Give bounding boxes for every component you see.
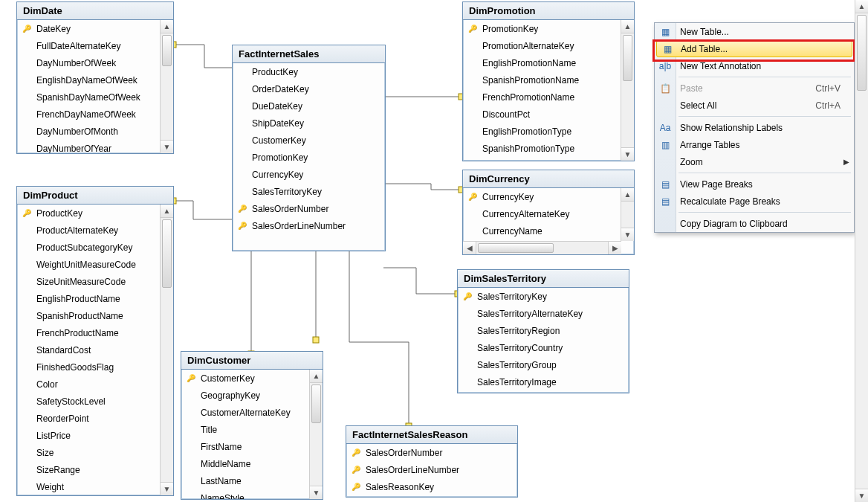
menu-item-show-relationship-labels[interactable]: AaShow Relationship Labels <box>655 119 854 136</box>
column-row[interactable]: NameStyle <box>181 489 309 499</box>
column-row[interactable]: 🔑PromotionKey <box>463 20 621 37</box>
table-factinternetsales[interactable]: FactInternetSales ProductKeyOrderDateKey… <box>232 45 386 251</box>
column-row[interactable]: FrenchProductName <box>17 324 160 341</box>
column-row[interactable]: 🔑ProductKey <box>17 205 160 222</box>
scroll-up-icon[interactable]: ▲ <box>161 20 173 33</box>
column-row[interactable]: 🔑SalesOrderNumber <box>346 444 517 461</box>
scroll-down-icon[interactable]: ▼ <box>855 489 868 502</box>
column-row[interactable]: DueDateKey <box>233 97 385 115</box>
column-list[interactable]: 🔑SalesOrderNumber🔑SalesOrderLineNumber🔑S… <box>346 444 517 497</box>
column-row[interactable]: 🔑CustomerKey <box>181 370 309 387</box>
table-dimpromotion[interactable]: DimPromotion 🔑PromotionKeyPromotionAlter… <box>462 1 635 161</box>
column-row[interactable]: SizeUnitMeasureCode <box>17 273 160 290</box>
column-row[interactable]: FinishedGoodsFlag <box>17 358 160 376</box>
table-dimcustomer[interactable]: DimCustomer 🔑CustomerKeyGeographyKeyCust… <box>181 351 323 500</box>
menu-item-arrange-tables[interactable]: ▥Arrange Tables <box>655 136 854 153</box>
table-dimcurrency[interactable]: DimCurrency 🔑CurrencyKeyCurrencyAlternat… <box>462 170 635 255</box>
column-row[interactable]: 🔑SalesOrderLineNumber <box>346 461 517 478</box>
scroll-down-icon[interactable]: ▼ <box>310 486 323 499</box>
column-row[interactable]: Color <box>17 376 160 393</box>
column-list[interactable]: 🔑CustomerKeyGeographyKeyCustomerAlternat… <box>181 370 309 499</box>
column-list[interactable]: 🔑CurrencyKeyCurrencyAlternateKeyCurrency… <box>463 188 621 241</box>
column-row[interactable]: ListPrice <box>17 427 160 444</box>
vertical-scrollbar[interactable]: ▲ ▼ <box>160 205 173 495</box>
column-row[interactable]: PromotionAlternateKey <box>463 37 621 54</box>
column-row[interactable]: WeightUnitMeasureCode <box>17 256 160 273</box>
scroll-up-icon[interactable]: ▲ <box>855 0 868 13</box>
scroll-thumb[interactable] <box>162 35 172 66</box>
menu-item-copy-diagram-to-clipboard[interactable]: Copy Diagram to Clipboard <box>655 215 854 232</box>
menu-item-zoom[interactable]: Zoom▶ <box>655 153 854 170</box>
column-row[interactable]: CustomerKey <box>233 132 385 149</box>
column-row[interactable]: FrenchPromotionName <box>463 89 621 106</box>
column-row[interactable]: CustomerAlternateKey <box>181 404 309 421</box>
column-row[interactable]: ShipDateKey <box>233 115 385 132</box>
column-list[interactable]: ProductKeyOrderDateKeyDueDateKeyShipDate… <box>233 63 385 251</box>
scroll-up-icon[interactable]: ▲ <box>161 205 173 218</box>
column-row[interactable]: StandardCost <box>17 341 160 358</box>
vertical-scrollbar[interactable]: ▲ ▼ <box>160 20 173 153</box>
column-row[interactable]: SpanishProductName <box>17 307 160 324</box>
scroll-up-icon[interactable]: ▲ <box>621 188 634 202</box>
column-row[interactable]: LastName <box>181 472 309 489</box>
column-row[interactable]: OrderDateKey <box>233 80 385 97</box>
column-row[interactable]: DiscountPct <box>463 106 621 123</box>
column-row[interactable]: ProductSubcategoryKey <box>17 239 160 256</box>
column-row[interactable]: DayNumberOfYear <box>17 140 160 153</box>
column-row[interactable]: DayNumberOfMonth <box>17 123 160 140</box>
vertical-scrollbar[interactable]: ▲ ▼ <box>309 370 323 499</box>
column-list[interactable]: 🔑DateKeyFullDateAlternateKeyDayNumberOfW… <box>17 20 160 153</box>
scroll-thumb[interactable] <box>623 35 632 81</box>
diagram-canvas[interactable]: DimDate 🔑DateKeyFullDateAlternateKeyDayN… <box>0 0 868 502</box>
column-row[interactable]: Size <box>17 444 160 461</box>
scroll-up-icon[interactable]: ▲ <box>621 20 634 33</box>
scroll-left-icon[interactable]: ◀ <box>463 242 476 254</box>
table-dimproduct[interactable]: DimProduct 🔑ProductKeyProductAlternateKe… <box>16 186 174 496</box>
table-dimsalesterritory[interactable]: DimSalesTerritory 🔑SalesTerritoryKeySale… <box>457 269 629 393</box>
column-row[interactable]: SalesTerritoryRegion <box>458 322 629 339</box>
scroll-right-icon[interactable]: ▶ <box>608 242 621 254</box>
scroll-up-icon[interactable]: ▲ <box>310 370 323 383</box>
scroll-thumb[interactable] <box>857 15 867 91</box>
menu-item-add-table[interactable]: ▦Add Table... <box>656 40 852 57</box>
column-row[interactable]: SpanishPromotionName <box>463 71 621 89</box>
column-row[interactable]: 🔑DateKey <box>17 20 160 37</box>
table-factinternetsalesreason[interactable]: FactInternetSalesReason 🔑SalesOrderNumbe… <box>346 425 518 498</box>
column-row[interactable]: EnglishDayNameOfWeek <box>17 71 160 89</box>
column-row[interactable]: FrenchDayNameOfWeek <box>17 106 160 123</box>
column-row[interactable]: SpanishPromotionType <box>463 140 621 157</box>
scroll-down-icon[interactable]: ▼ <box>161 140 173 153</box>
column-row[interactable]: MiddleName <box>181 455 309 472</box>
column-row[interactable]: PromotionKey <box>233 149 385 166</box>
column-row[interactable]: SalesTerritoryCountry <box>458 339 629 356</box>
scroll-down-icon[interactable]: ▼ <box>621 147 634 161</box>
column-row[interactable]: EnglishPromotionType <box>463 123 621 140</box>
column-row[interactable]: CurrencyKey <box>233 166 385 183</box>
column-row[interactable]: 🔑SalesOrderNumber <box>233 200 385 217</box>
column-list[interactable]: 🔑ProductKeyProductAlternateKeyProductSub… <box>17 205 160 495</box>
column-row[interactable]: ReorderPoint <box>17 410 160 427</box>
column-row[interactable]: SpanishDayNameOfWeek <box>17 89 160 106</box>
column-row[interactable]: SafetyStockLevel <box>17 393 160 410</box>
menu-item-select-all[interactable]: Select AllCtrl+A <box>655 97 854 114</box>
column-row[interactable]: 🔑CurrencyKey <box>463 188 621 205</box>
column-row[interactable]: Weight <box>17 478 160 495</box>
scroll-thumb[interactable] <box>478 243 554 253</box>
scroll-down-icon[interactable]: ▼ <box>161 482 173 495</box>
column-row[interactable]: SalesTerritoryGroup <box>458 356 629 373</box>
menu-item-new-table[interactable]: ▦New Table... <box>655 23 854 40</box>
column-row[interactable]: Title <box>181 421 309 438</box>
column-row[interactable]: CurrencyName <box>463 222 621 239</box>
horizontal-scrollbar[interactable]: ◀ ▶ <box>463 241 621 254</box>
column-row[interactable]: ProductKey <box>233 63 385 80</box>
column-row[interactable]: ProductAlternateKey <box>17 222 160 239</box>
page-vertical-scrollbar[interactable]: ▲ ▼ <box>855 0 868 502</box>
menu-item-recalculate-page-breaks[interactable]: ▤Recalculate Page Breaks <box>655 193 854 210</box>
menu-item-view-page-breaks[interactable]: ▤View Page Breaks <box>655 176 854 193</box>
column-row[interactable]: FullDateAlternateKey <box>17 37 160 54</box>
column-row[interactable]: DayNumberOfWeek <box>17 54 160 71</box>
column-row[interactable]: SalesTerritoryKey <box>233 183 385 200</box>
scroll-down-icon[interactable]: ▼ <box>621 228 634 241</box>
column-row[interactable]: SizeRange <box>17 461 160 478</box>
column-row[interactable]: FirstName <box>181 438 309 455</box>
